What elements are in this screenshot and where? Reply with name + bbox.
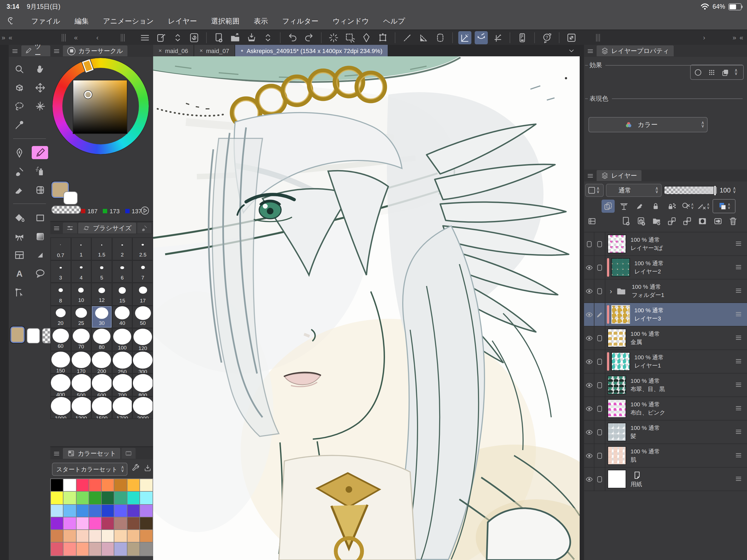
set-as-reference-layer[interactable]: ∧∨ xyxy=(617,200,630,213)
blend-tool[interactable] xyxy=(32,183,48,196)
color-swatch[interactable] xyxy=(76,505,89,517)
lock-layer[interactable]: ∧∨ xyxy=(649,200,662,213)
eraser-tool[interactable] xyxy=(11,183,27,196)
color-swatch[interactable] xyxy=(127,530,140,543)
drag-grip[interactable] xyxy=(596,34,600,41)
color-swatch[interactable] xyxy=(114,479,127,492)
document-tab[interactable]: ● Askrepios_240915* (1534 x 1400px 72dpi… xyxy=(235,45,388,56)
new-layer-menu[interactable] xyxy=(636,214,647,228)
layer-visibility-toggle[interactable] xyxy=(584,350,594,373)
brush-size-cell[interactable]: 2 xyxy=(112,237,133,260)
color-swatch[interactable] xyxy=(140,543,153,556)
snap-to-special-ruler[interactable] xyxy=(475,31,488,44)
ruler-range[interactable]: ∧∨ xyxy=(697,200,710,213)
layer-visibility-toggle[interactable] xyxy=(584,467,594,490)
color-swatch[interactable] xyxy=(76,492,89,505)
brush-size-cell[interactable]: 4 xyxy=(71,260,91,283)
color-swatch[interactable] xyxy=(76,530,89,543)
edge-keyboard[interactable] xyxy=(516,31,529,44)
color-swatch[interactable] xyxy=(114,530,127,543)
menu-item[interactable]: ウィンドウ xyxy=(325,17,376,26)
color-swatch[interactable] xyxy=(102,543,114,556)
color-swatch[interactable] xyxy=(114,543,127,556)
brush-size-cell[interactable]: 8 xyxy=(50,283,71,305)
color-swatch[interactable] xyxy=(102,479,114,492)
color-swatch[interactable] xyxy=(140,505,153,517)
brush-size-cell[interactable]: 1 xyxy=(71,237,91,260)
color-swatch[interactable] xyxy=(102,530,114,543)
tab-layer-property[interactable]: レイヤープロパティ xyxy=(597,45,673,56)
color-swatch[interactable] xyxy=(51,517,64,530)
clip-studio-logo-icon[interactable] xyxy=(5,16,17,27)
layer-checkbox[interactable] xyxy=(594,327,606,350)
collapse-panel-arrow[interactable]: » xyxy=(731,34,738,41)
move-tool[interactable] xyxy=(32,81,48,94)
line-correct-tool[interactable] xyxy=(32,248,48,261)
panel-menu-icon[interactable] xyxy=(587,172,594,179)
color-swatch[interactable] xyxy=(64,517,77,530)
blend-mode-select[interactable]: 通常 ∧∨ xyxy=(606,184,662,197)
menu-item[interactable]: 表示 xyxy=(247,17,275,26)
menu-item[interactable]: ヘルプ xyxy=(376,17,412,26)
transparent-color-button[interactable] xyxy=(51,206,81,214)
chevron-updown-icon[interactable]: ∧∨ xyxy=(733,187,736,194)
layer-menu-icon[interactable] xyxy=(735,451,743,459)
color-swatch[interactable] xyxy=(64,505,77,517)
brush-size-cell[interactable]: 17 xyxy=(133,283,153,305)
command-bar-menu[interactable] xyxy=(138,31,152,44)
color-swatch[interactable] xyxy=(140,492,153,505)
collapse-panel-arrow[interactable]: » xyxy=(0,34,7,41)
layer-menu-icon[interactable] xyxy=(735,239,743,248)
panel-menu-icon[interactable] xyxy=(11,47,18,54)
snap-to-grid[interactable] xyxy=(491,31,504,44)
brush-size-cell[interactable]: 170 xyxy=(71,351,91,374)
create-layer-mask[interactable] xyxy=(697,214,708,228)
operation-tool[interactable] xyxy=(11,81,27,94)
layer-thumbnail[interactable] xyxy=(608,423,626,441)
brush-size-cell[interactable]: 50 xyxy=(133,305,153,328)
color-swatch[interactable] xyxy=(89,479,102,492)
ruler-shape[interactable] xyxy=(417,31,430,44)
tab-color-circle[interactable]: カラーサークル xyxy=(63,45,127,56)
zoom-tool[interactable] xyxy=(11,62,27,75)
pen-tool[interactable] xyxy=(11,146,27,159)
saturation-value-square[interactable] xyxy=(73,80,127,133)
layer-thumbnail[interactable] xyxy=(608,376,626,394)
main-color-swatch[interactable] xyxy=(10,327,25,343)
decoration-tool[interactable] xyxy=(11,230,27,243)
layer-checkbox[interactable] xyxy=(594,256,606,279)
new-layer-folder[interactable] xyxy=(651,214,662,228)
menu-item[interactable]: 編集 xyxy=(67,17,96,26)
import-color-set-icon[interactable] xyxy=(143,464,152,473)
layer-thumbnail[interactable] xyxy=(608,470,626,488)
layer-checkbox[interactable] xyxy=(594,350,606,373)
ruler-line[interactable] xyxy=(401,31,414,44)
layer-menu-icon[interactable] xyxy=(735,381,743,389)
collapse-panel-arrow[interactable]: « xyxy=(7,34,14,41)
color-swatch[interactable] xyxy=(127,479,140,492)
layer-row[interactable]: 100 % 通常 レイヤー3 xyxy=(584,303,747,327)
redo[interactable] xyxy=(302,31,315,44)
layer-row[interactable]: › 100 % 通常 フォルダー1 xyxy=(584,279,747,303)
layer-checkbox[interactable] xyxy=(594,279,606,302)
switcher[interactable] xyxy=(171,31,184,44)
lock-transparent-pixels[interactable]: ∧∨ xyxy=(665,200,678,213)
layer-row[interactable]: 100 % 通常 レイヤー3ぱ xyxy=(584,232,747,256)
collapse-panel-arrow[interactable]: « xyxy=(738,34,745,41)
brush-size-cell[interactable]: 1200 xyxy=(71,396,91,419)
brush-size-cell[interactable]: 1000 xyxy=(50,396,71,419)
color-swatch[interactable] xyxy=(64,492,77,505)
brush-size-cell[interactable]: 20 xyxy=(50,305,71,328)
color-swatch[interactable] xyxy=(64,543,77,556)
brush-size-cell[interactable]: 600 xyxy=(91,374,112,396)
snap-to-ruler[interactable] xyxy=(458,31,471,44)
brush-size-cell[interactable]: 70 xyxy=(71,328,91,351)
apply-mask[interactable] xyxy=(712,214,723,228)
brush-size-cell[interactable]: 80 xyxy=(91,328,112,351)
color-swatch[interactable] xyxy=(102,517,114,530)
open-file[interactable] xyxy=(229,31,242,44)
layer-menu-icon[interactable] xyxy=(735,310,743,318)
tab-layers[interactable]: レイヤー xyxy=(597,170,641,181)
brush-size-cell[interactable]: 800 xyxy=(133,374,153,396)
color-swatch[interactable] xyxy=(140,530,153,543)
